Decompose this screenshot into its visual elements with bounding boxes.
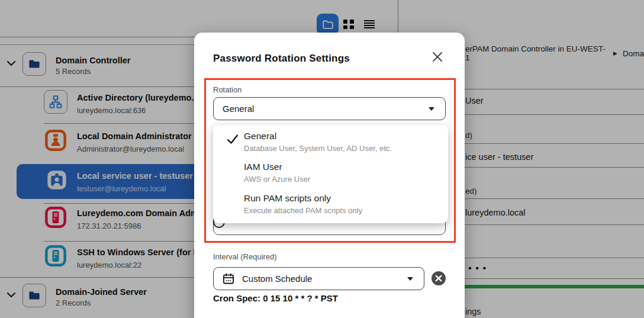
dropdown-option-general[interactable]: General Database User, System User, AD U… <box>213 131 448 153</box>
rotation-label: Rotation <box>213 85 242 94</box>
interval-select-value: Custom Schedule <box>242 274 312 284</box>
cron-spec-text: Cron Spec: 0 15 10 * * ? * PST <box>213 293 338 303</box>
close-icon[interactable] <box>432 52 445 65</box>
interval-label: Interval (Required) <box>213 252 277 261</box>
dropdown-option-iam-user[interactable]: IAM User AWS or Azure User <box>213 162 448 184</box>
option-description: Database User, System User, AD User, etc… <box>244 144 448 153</box>
calendar-icon <box>222 272 235 285</box>
option-label: Run PAM scripts only <box>244 193 448 204</box>
dropdown-option-run-pam-scripts[interactable]: Run PAM scripts only Execute attached PA… <box>213 193 448 215</box>
option-description: AWS or Azure User <box>244 175 448 184</box>
option-label: IAM User <box>244 162 448 172</box>
dialog-title: Password Rotation Settings <box>213 53 350 65</box>
clear-interval-button[interactable] <box>431 271 446 286</box>
option-label: General <box>244 131 448 142</box>
rotation-dropdown-panel: General Database User, System User, AD U… <box>213 125 448 223</box>
screen: Domain Controller 5 Records Active Direc… <box>0 0 644 318</box>
rotation-select-value: General <box>223 104 254 114</box>
chevron-down-icon <box>429 107 434 111</box>
option-description: Execute attached PAM scripts only <box>244 206 448 215</box>
chevron-down-icon <box>407 277 413 281</box>
interval-select[interactable]: Custom Schedule <box>213 267 424 290</box>
password-rotation-settings-dialog: Password Rotation Settings Rotation Gene… <box>194 33 465 318</box>
check-icon <box>227 134 239 147</box>
rotation-select[interactable]: General <box>213 97 446 120</box>
